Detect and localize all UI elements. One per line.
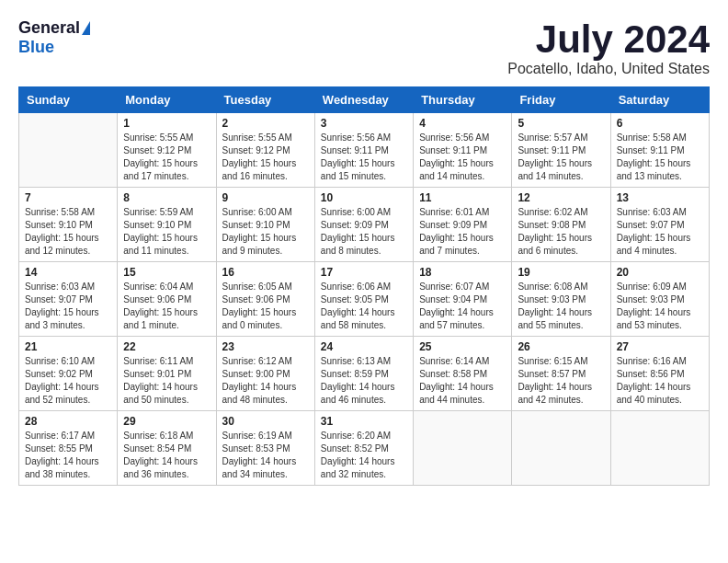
calendar-cell: 29Sunrise: 6:18 AM Sunset: 8:54 PM Dayli… (118, 411, 216, 486)
calendar-cell (414, 411, 512, 486)
calendar-cell: 9Sunrise: 6:00 AM Sunset: 9:10 PM Daylig… (216, 188, 314, 262)
calendar-cell: 22Sunrise: 6:11 AM Sunset: 9:01 PM Dayli… (118, 337, 216, 411)
day-info: Sunrise: 5:55 AM Sunset: 9:12 PM Dayligh… (222, 132, 309, 183)
calendar-header-monday: Monday (118, 87, 216, 113)
month-title: July 2024 (507, 18, 710, 61)
calendar-cell: 31Sunrise: 6:20 AM Sunset: 8:52 PM Dayli… (314, 411, 413, 486)
title-block: July 2024 Pocatello, Idaho, United State… (507, 18, 710, 77)
day-number: 8 (123, 191, 210, 204)
day-number: 1 (123, 117, 210, 130)
calendar-cell: 26Sunrise: 6:15 AM Sunset: 8:57 PM Dayli… (512, 337, 610, 411)
day-number: 6 (617, 117, 703, 130)
day-info: Sunrise: 5:59 AM Sunset: 9:10 PM Dayligh… (123, 206, 210, 258)
calendar-cell: 20Sunrise: 6:09 AM Sunset: 9:03 PM Dayli… (610, 262, 709, 337)
day-number: 26 (518, 340, 604, 353)
day-number: 23 (222, 340, 309, 353)
calendar-week-row: 14Sunrise: 6:03 AM Sunset: 9:07 PM Dayli… (19, 262, 710, 337)
day-number: 12 (518, 191, 604, 204)
day-info: Sunrise: 6:05 AM Sunset: 9:06 PM Dayligh… (222, 281, 309, 332)
calendar-cell: 5Sunrise: 5:57 AM Sunset: 9:11 PM Daylig… (512, 113, 610, 188)
calendar-cell: 3Sunrise: 5:56 AM Sunset: 9:11 PM Daylig… (314, 113, 413, 188)
day-info: Sunrise: 6:13 AM Sunset: 8:59 PM Dayligh… (321, 355, 407, 407)
logo-general-text: General (18, 18, 80, 38)
day-info: Sunrise: 6:10 AM Sunset: 9:02 PM Dayligh… (25, 355, 111, 407)
calendar-table: SundayMondayTuesdayWednesdayThursdayFrid… (18, 86, 710, 486)
page-header: General Blue July 2024 Pocatello, Idaho,… (18, 18, 710, 77)
day-number: 22 (123, 340, 210, 353)
calendar-cell (19, 113, 118, 188)
calendar-week-row: 28Sunrise: 6:17 AM Sunset: 8:55 PM Dayli… (19, 411, 710, 486)
day-info: Sunrise: 5:56 AM Sunset: 9:11 PM Dayligh… (419, 132, 506, 183)
day-info: Sunrise: 5:57 AM Sunset: 9:11 PM Dayligh… (518, 132, 604, 183)
day-number: 18 (419, 266, 506, 279)
day-info: Sunrise: 6:17 AM Sunset: 8:55 PM Dayligh… (25, 430, 111, 481)
day-info: Sunrise: 5:58 AM Sunset: 9:11 PM Dayligh… (617, 132, 703, 183)
calendar-week-row: 21Sunrise: 6:10 AM Sunset: 9:02 PM Dayli… (19, 337, 710, 411)
day-info: Sunrise: 6:02 AM Sunset: 9:08 PM Dayligh… (518, 206, 604, 258)
calendar-cell: 11Sunrise: 6:01 AM Sunset: 9:09 PM Dayli… (414, 188, 512, 262)
day-number: 15 (123, 266, 210, 279)
calendar-cell: 18Sunrise: 6:07 AM Sunset: 9:04 PM Dayli… (414, 262, 512, 337)
calendar-cell: 2Sunrise: 5:55 AM Sunset: 9:12 PM Daylig… (216, 113, 314, 188)
day-number: 21 (25, 340, 111, 353)
day-info: Sunrise: 6:15 AM Sunset: 8:57 PM Dayligh… (518, 355, 604, 407)
location-title: Pocatello, Idaho, United States (507, 61, 710, 77)
day-info: Sunrise: 6:03 AM Sunset: 9:07 PM Dayligh… (25, 281, 111, 332)
calendar-cell: 7Sunrise: 5:58 AM Sunset: 9:10 PM Daylig… (19, 188, 118, 262)
calendar-cell: 10Sunrise: 6:00 AM Sunset: 9:09 PM Dayli… (314, 188, 413, 262)
day-info: Sunrise: 5:58 AM Sunset: 9:10 PM Dayligh… (25, 206, 111, 258)
day-info: Sunrise: 6:14 AM Sunset: 8:58 PM Dayligh… (419, 355, 506, 407)
calendar-week-row: 1Sunrise: 5:55 AM Sunset: 9:12 PM Daylig… (19, 113, 710, 188)
calendar-header-sunday: Sunday (19, 87, 118, 113)
calendar-cell: 19Sunrise: 6:08 AM Sunset: 9:03 PM Dayli… (512, 262, 610, 337)
day-info: Sunrise: 6:20 AM Sunset: 8:52 PM Dayligh… (321, 430, 407, 481)
calendar-cell: 17Sunrise: 6:06 AM Sunset: 9:05 PM Dayli… (314, 262, 413, 337)
calendar-cell: 1Sunrise: 5:55 AM Sunset: 9:12 PM Daylig… (118, 113, 216, 188)
calendar-cell: 23Sunrise: 6:12 AM Sunset: 9:00 PM Dayli… (216, 337, 314, 411)
day-number: 11 (419, 191, 506, 204)
day-number: 5 (518, 117, 604, 130)
calendar-header-thursday: Thursday (414, 87, 512, 113)
calendar-cell: 27Sunrise: 6:16 AM Sunset: 8:56 PM Dayli… (610, 337, 709, 411)
calendar-cell: 14Sunrise: 6:03 AM Sunset: 9:07 PM Dayli… (19, 262, 118, 337)
day-number: 10 (321, 191, 407, 204)
day-info: Sunrise: 6:08 AM Sunset: 9:03 PM Dayligh… (518, 281, 604, 332)
calendar-header-wednesday: Wednesday (314, 87, 413, 113)
day-info: Sunrise: 6:00 AM Sunset: 9:10 PM Dayligh… (222, 206, 309, 258)
calendar-cell: 6Sunrise: 5:58 AM Sunset: 9:11 PM Daylig… (610, 113, 709, 188)
day-info: Sunrise: 5:56 AM Sunset: 9:11 PM Dayligh… (321, 132, 407, 183)
day-info: Sunrise: 6:19 AM Sunset: 8:53 PM Dayligh… (222, 430, 309, 481)
calendar-header-row: SundayMondayTuesdayWednesdayThursdayFrid… (19, 87, 710, 113)
calendar-header-friday: Friday (512, 87, 610, 113)
calendar-cell: 13Sunrise: 6:03 AM Sunset: 9:07 PM Dayli… (610, 188, 709, 262)
calendar-cell (610, 411, 709, 486)
calendar-cell: 24Sunrise: 6:13 AM Sunset: 8:59 PM Dayli… (314, 337, 413, 411)
calendar-cell (512, 411, 610, 486)
day-number: 9 (222, 191, 309, 204)
day-info: Sunrise: 6:18 AM Sunset: 8:54 PM Dayligh… (123, 430, 210, 481)
calendar-cell: 16Sunrise: 6:05 AM Sunset: 9:06 PM Dayli… (216, 262, 314, 337)
day-number: 20 (617, 266, 703, 279)
day-number: 16 (222, 266, 309, 279)
day-info: Sunrise: 6:01 AM Sunset: 9:09 PM Dayligh… (419, 206, 506, 258)
calendar-header-tuesday: Tuesday (216, 87, 314, 113)
day-number: 24 (321, 340, 407, 353)
day-number: 31 (321, 415, 407, 428)
calendar-cell: 8Sunrise: 5:59 AM Sunset: 9:10 PM Daylig… (118, 188, 216, 262)
day-info: Sunrise: 6:00 AM Sunset: 9:09 PM Dayligh… (321, 206, 407, 258)
day-info: Sunrise: 6:07 AM Sunset: 9:04 PM Dayligh… (419, 281, 506, 332)
calendar-cell: 12Sunrise: 6:02 AM Sunset: 9:08 PM Dayli… (512, 188, 610, 262)
calendar-header-saturday: Saturday (610, 87, 709, 113)
day-number: 27 (617, 340, 703, 353)
calendar-cell: 25Sunrise: 6:14 AM Sunset: 8:58 PM Dayli… (414, 337, 512, 411)
calendar-cell: 30Sunrise: 6:19 AM Sunset: 8:53 PM Dayli… (216, 411, 314, 486)
day-number: 4 (419, 117, 506, 130)
logo: General Blue (18, 18, 90, 57)
day-info: Sunrise: 6:03 AM Sunset: 9:07 PM Dayligh… (617, 206, 703, 258)
day-number: 13 (617, 191, 703, 204)
day-info: Sunrise: 6:04 AM Sunset: 9:06 PM Dayligh… (123, 281, 210, 332)
day-info: Sunrise: 6:06 AM Sunset: 9:05 PM Dayligh… (321, 281, 407, 332)
calendar-cell: 15Sunrise: 6:04 AM Sunset: 9:06 PM Dayli… (118, 262, 216, 337)
day-number: 28 (25, 415, 111, 428)
day-number: 17 (321, 266, 407, 279)
